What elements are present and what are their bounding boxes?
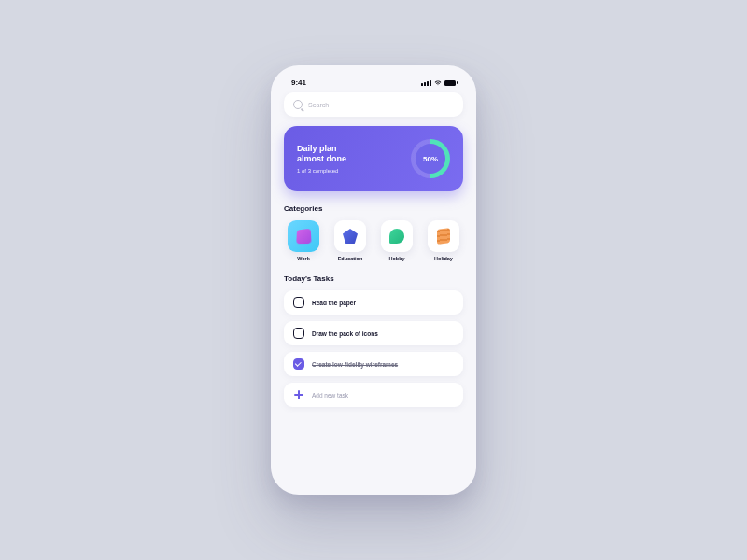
hero-title-line1: Daily plan bbox=[297, 144, 337, 153]
coil-icon bbox=[437, 228, 450, 245]
task-row[interactable]: Read the paper bbox=[284, 290, 463, 315]
leaf-icon bbox=[389, 229, 404, 244]
progress-label: 50% bbox=[416, 144, 445, 174]
phone-frame: 9:41 Search Daily plan almost done 1 of … bbox=[271, 65, 476, 495]
signal-icon bbox=[421, 80, 431, 86]
category-label: Work bbox=[297, 256, 310, 261]
status-bar: 9:41 bbox=[284, 77, 463, 92]
category-label: Hobby bbox=[388, 256, 404, 261]
add-task-label: Add new task bbox=[312, 392, 348, 399]
category-label: Education bbox=[338, 256, 363, 261]
hero-subtitle: 1 of 3 completed bbox=[297, 168, 346, 174]
add-task-button[interactable]: Add new task bbox=[284, 383, 463, 407]
task-label: Create low-fidelity wireframes bbox=[312, 361, 398, 368]
tasks-heading: Today's Tasks bbox=[284, 274, 463, 283]
category-label: Holiday bbox=[434, 256, 453, 261]
checkbox-icon[interactable] bbox=[293, 328, 304, 339]
categories-heading: Categories bbox=[284, 204, 463, 213]
checkbox-icon[interactable] bbox=[293, 297, 304, 308]
status-time: 9:41 bbox=[291, 78, 306, 87]
task-row[interactable]: Create low-fidelity wireframes bbox=[284, 352, 463, 376]
category-hobby[interactable]: Hobby bbox=[377, 220, 416, 261]
checkbox-checked-icon[interactable] bbox=[293, 358, 304, 370]
daily-plan-text: Daily plan almost done 1 of 3 completed bbox=[297, 144, 346, 175]
task-label: Read the paper bbox=[312, 300, 356, 306]
progress-ring: 50% bbox=[411, 139, 450, 178]
search-input[interactable]: Search bbox=[284, 92, 463, 117]
box-icon bbox=[296, 229, 311, 245]
categories-row: Work Education Hobby Holiday bbox=[284, 220, 463, 261]
battery-icon bbox=[444, 80, 456, 86]
category-holiday[interactable]: Holiday bbox=[424, 220, 463, 261]
daily-plan-card[interactable]: Daily plan almost done 1 of 3 completed … bbox=[284, 126, 463, 191]
gem-icon bbox=[343, 229, 358, 244]
task-row[interactable]: Draw the pack of icons bbox=[284, 321, 463, 345]
hero-title-line2: almost done bbox=[297, 154, 346, 163]
search-icon bbox=[293, 100, 303, 109]
status-indicators bbox=[421, 80, 456, 86]
search-placeholder: Search bbox=[308, 102, 329, 108]
wifi-icon bbox=[434, 80, 442, 86]
category-work[interactable]: Work bbox=[284, 220, 323, 261]
plus-icon bbox=[293, 389, 304, 400]
task-label: Draw the pack of icons bbox=[312, 330, 378, 337]
task-list: Read the paper Draw the pack of icons Cr… bbox=[284, 290, 463, 407]
category-education[interactable]: Education bbox=[331, 220, 370, 261]
